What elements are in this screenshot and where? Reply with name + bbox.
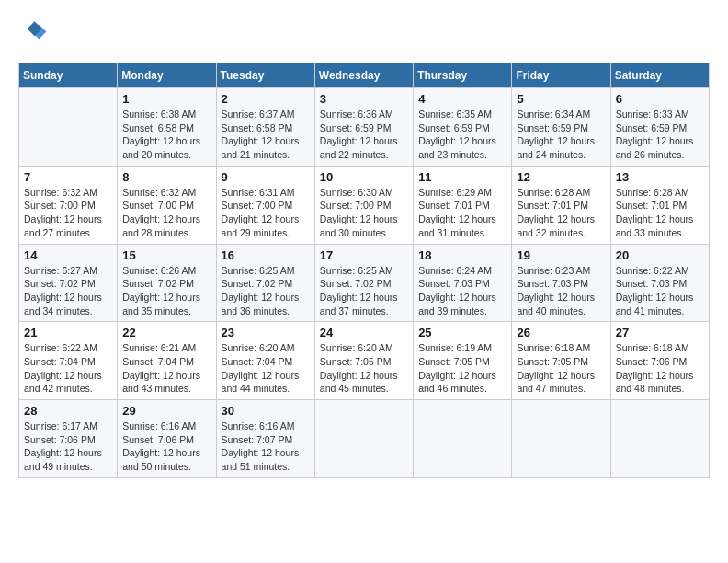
day-info: Sunrise: 6:30 AMSunset: 7:00 PMDaylight:…: [320, 186, 408, 240]
day-number: 24: [320, 326, 408, 339]
day-number: 4: [418, 92, 506, 106]
calendar-cell: 6Sunrise: 6:33 AMSunset: 6:59 PMDaylight…: [610, 88, 709, 167]
day-info: Sunrise: 6:16 AMSunset: 7:06 PMDaylight:…: [122, 419, 210, 474]
day-of-week-header: Tuesday: [216, 63, 314, 88]
calendar-cell: 20Sunrise: 6:22 AMSunset: 7:03 PMDayligh…: [610, 244, 709, 322]
day-of-week-header: Friday: [512, 63, 610, 88]
day-number: 22: [122, 326, 210, 339]
calendar-cell: 25Sunrise: 6:19 AMSunset: 7:05 PMDayligh…: [414, 322, 512, 400]
calendar-week-row: 21Sunrise: 6:22 AMSunset: 7:04 PMDayligh…: [19, 322, 710, 400]
day-number: 14: [24, 248, 112, 262]
day-info: Sunrise: 6:34 AMSunset: 6:59 PMDaylight:…: [517, 108, 605, 162]
calendar-week-row: 14Sunrise: 6:27 AMSunset: 7:02 PMDayligh…: [19, 244, 710, 322]
calendar-cell: 8Sunrise: 6:32 AMSunset: 7:00 PMDaylight…: [118, 166, 216, 244]
day-info: Sunrise: 6:28 AMSunset: 7:01 PMDaylight:…: [517, 186, 605, 240]
day-of-week-header: Wednesday: [314, 63, 413, 88]
calendar-cell: 17Sunrise: 6:25 AMSunset: 7:02 PMDayligh…: [314, 244, 413, 322]
day-number: 19: [517, 248, 605, 262]
calendar-cell: 11Sunrise: 6:29 AMSunset: 7:01 PMDayligh…: [414, 166, 512, 244]
day-number: 23: [222, 326, 310, 339]
day-of-week-header: Monday: [118, 63, 216, 88]
logo: [18, 18, 51, 48]
calendar-cell: 29Sunrise: 6:16 AMSunset: 7:06 PMDayligh…: [118, 400, 216, 478]
logo-icon: [18, 18, 48, 48]
calendar-cell: 9Sunrise: 6:31 AMSunset: 7:00 PMDaylight…: [216, 166, 314, 244]
day-info: Sunrise: 6:17 AMSunset: 7:06 PMDaylight:…: [24, 419, 112, 474]
calendar-cell: 13Sunrise: 6:28 AMSunset: 7:01 PMDayligh…: [610, 166, 709, 244]
day-info: Sunrise: 6:16 AMSunset: 7:07 PMDaylight:…: [222, 419, 310, 474]
day-info: Sunrise: 6:19 AMSunset: 7:05 PMDaylight:…: [418, 341, 506, 396]
day-info: Sunrise: 6:24 AMSunset: 7:03 PMDaylight:…: [418, 264, 506, 318]
calendar-cell: 15Sunrise: 6:26 AMSunset: 7:02 PMDayligh…: [118, 244, 216, 322]
calendar-cell: 22Sunrise: 6:21 AMSunset: 7:04 PMDayligh…: [118, 322, 216, 400]
day-info: Sunrise: 6:18 AMSunset: 7:06 PMDaylight:…: [616, 341, 704, 396]
day-number: 10: [320, 170, 408, 184]
day-number: 11: [418, 170, 506, 184]
day-of-week-header: Saturday: [610, 63, 709, 88]
calendar-cell: 23Sunrise: 6:20 AMSunset: 7:04 PMDayligh…: [216, 322, 314, 400]
calendar-cell: 5Sunrise: 6:34 AMSunset: 6:59 PMDaylight…: [512, 88, 610, 167]
day-info: Sunrise: 6:21 AMSunset: 7:04 PMDaylight:…: [122, 341, 210, 396]
day-info: Sunrise: 6:25 AMSunset: 7:02 PMDaylight:…: [320, 264, 408, 318]
calendar-cell: 12Sunrise: 6:28 AMSunset: 7:01 PMDayligh…: [512, 166, 610, 244]
calendar-cell: [314, 400, 413, 478]
day-number: 7: [24, 170, 112, 184]
day-number: 25: [418, 326, 506, 339]
day-of-week-header: Sunday: [19, 63, 118, 88]
calendar-cell: [19, 88, 118, 167]
calendar-cell: 26Sunrise: 6:18 AMSunset: 7:05 PMDayligh…: [512, 322, 610, 400]
day-info: Sunrise: 6:32 AMSunset: 7:00 PMDaylight:…: [24, 186, 112, 240]
calendar-cell: 27Sunrise: 6:18 AMSunset: 7:06 PMDayligh…: [610, 322, 709, 400]
day-info: Sunrise: 6:31 AMSunset: 7:00 PMDaylight:…: [222, 186, 310, 240]
calendar-cell: 1Sunrise: 6:38 AMSunset: 6:58 PMDaylight…: [118, 88, 216, 167]
calendar-cell: 16Sunrise: 6:25 AMSunset: 7:02 PMDayligh…: [216, 244, 314, 322]
day-info: Sunrise: 6:23 AMSunset: 7:03 PMDaylight:…: [517, 264, 605, 318]
calendar-cell: 14Sunrise: 6:27 AMSunset: 7:02 PMDayligh…: [19, 244, 118, 322]
day-number: 12: [517, 170, 605, 184]
day-number: 8: [122, 170, 210, 184]
day-number: 26: [517, 326, 605, 339]
day-info: Sunrise: 6:36 AMSunset: 6:59 PMDaylight:…: [320, 108, 408, 162]
calendar-cell: [414, 400, 512, 478]
calendar-cell: [512, 400, 610, 478]
day-number: 20: [616, 248, 704, 262]
day-info: Sunrise: 6:35 AMSunset: 6:59 PMDaylight:…: [418, 108, 506, 162]
calendar-header-row: SundayMondayTuesdayWednesdayThursdayFrid…: [19, 63, 710, 88]
day-number: 3: [320, 92, 408, 106]
day-info: Sunrise: 6:25 AMSunset: 7:02 PMDaylight:…: [222, 264, 310, 318]
day-info: Sunrise: 6:29 AMSunset: 7:01 PMDaylight:…: [418, 186, 506, 240]
day-number: 15: [122, 248, 210, 262]
calendar-cell: 2Sunrise: 6:37 AMSunset: 6:58 PMDaylight…: [216, 88, 314, 167]
day-number: 30: [222, 404, 310, 418]
page-header: [18, 18, 710, 48]
day-info: Sunrise: 6:28 AMSunset: 7:01 PMDaylight:…: [616, 186, 704, 240]
day-number: 2: [222, 92, 310, 106]
day-info: Sunrise: 6:20 AMSunset: 7:05 PMDaylight:…: [320, 341, 408, 396]
day-number: 9: [222, 170, 310, 184]
day-number: 17: [320, 248, 408, 262]
day-number: 1: [122, 92, 210, 106]
calendar-cell: [610, 400, 709, 478]
day-number: 13: [616, 170, 704, 184]
day-number: 28: [24, 404, 112, 418]
day-info: Sunrise: 6:18 AMSunset: 7:05 PMDaylight:…: [517, 341, 605, 396]
calendar-cell: 7Sunrise: 6:32 AMSunset: 7:00 PMDaylight…: [19, 166, 118, 244]
day-info: Sunrise: 6:26 AMSunset: 7:02 PMDaylight:…: [122, 264, 210, 318]
calendar-cell: 4Sunrise: 6:35 AMSunset: 6:59 PMDaylight…: [414, 88, 512, 167]
calendar-cell: 18Sunrise: 6:24 AMSunset: 7:03 PMDayligh…: [414, 244, 512, 322]
day-info: Sunrise: 6:20 AMSunset: 7:04 PMDaylight:…: [222, 341, 310, 396]
day-number: 5: [517, 92, 605, 106]
calendar-cell: 28Sunrise: 6:17 AMSunset: 7:06 PMDayligh…: [19, 400, 118, 478]
day-number: 6: [616, 92, 704, 106]
calendar-week-row: 1Sunrise: 6:38 AMSunset: 6:58 PMDaylight…: [19, 88, 710, 167]
calendar-table: SundayMondayTuesdayWednesdayThursdayFrid…: [18, 63, 710, 478]
day-of-week-header: Thursday: [414, 63, 512, 88]
calendar-week-row: 7Sunrise: 6:32 AMSunset: 7:00 PMDaylight…: [19, 166, 710, 244]
calendar-week-row: 28Sunrise: 6:17 AMSunset: 7:06 PMDayligh…: [19, 400, 710, 478]
calendar-cell: 19Sunrise: 6:23 AMSunset: 7:03 PMDayligh…: [512, 244, 610, 322]
day-info: Sunrise: 6:32 AMSunset: 7:00 PMDaylight:…: [122, 186, 210, 240]
day-info: Sunrise: 6:22 AMSunset: 7:04 PMDaylight:…: [24, 341, 112, 396]
calendar-cell: 30Sunrise: 6:16 AMSunset: 7:07 PMDayligh…: [216, 400, 314, 478]
day-number: 27: [616, 326, 704, 339]
day-number: 16: [222, 248, 310, 262]
